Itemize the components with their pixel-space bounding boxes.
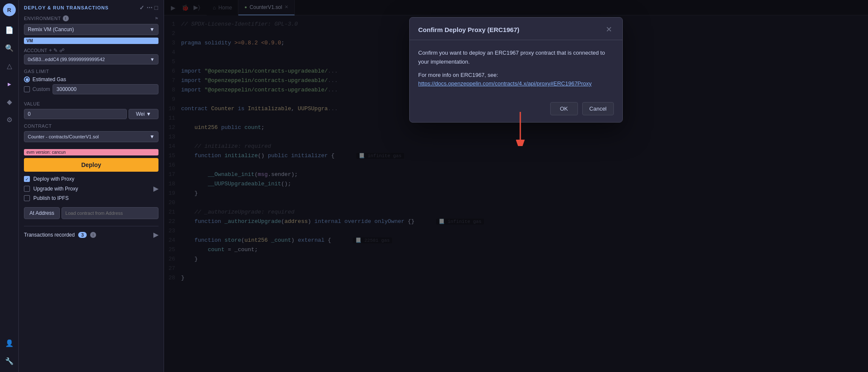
edit-account-icon[interactable]: ✎ (53, 47, 58, 53)
modal-dialog: Confirm Deploy Proxy (ERC1967) ✕ Confirm… (409, 17, 623, 123)
plugin-icon[interactable]: ◆ (2, 94, 17, 109)
estimated-gas-label: Estimated Gas (32, 76, 66, 82)
publish-ipfs-label: Publish to IPFS (33, 195, 69, 201)
account-row: ACCOUNT + ✎ ☍ (24, 47, 158, 53)
sidebar-title-text: DEPLOY & RUN TRANSACTIONS (24, 5, 108, 10)
chevron-down-icon: ▼ (150, 26, 155, 32)
user-icon[interactable]: 👤 (2, 335, 17, 351)
value-unit-select[interactable]: Wei ▼ (129, 109, 158, 119)
load-contract-input[interactable] (62, 207, 158, 219)
contract-section-label: CONTRACT (24, 123, 158, 129)
publish-ipfs-checkbox[interactable] (24, 195, 30, 201)
search-icon[interactable]: 🔍 (2, 40, 17, 56)
estimated-gas-radio[interactable] (24, 76, 30, 82)
app-logo: R (3, 3, 16, 16)
add-account-icon[interactable]: + (49, 47, 52, 53)
transactions-expand-icon[interactable]: ▶ (153, 231, 158, 239)
collapse-icon[interactable]: □ (155, 4, 158, 11)
vm-badge: VM (24, 38, 158, 44)
settings-icon[interactable]: ⚙ (2, 112, 17, 127)
custom-gas-label: Custom (32, 86, 50, 92)
sidebar-title-icons: ✓ ⋯ □ (139, 4, 158, 11)
account-chevron-icon: ▼ (150, 57, 155, 62)
modal-text-line1: Confirm you want to deploy an ERC1967 pr… (418, 49, 614, 67)
icon-bar: R 📄 🔍 △ ▸ ◆ ⚙ 👤 🔧 (0, 0, 19, 372)
estimated-gas-row: Estimated Gas (24, 76, 158, 82)
modal-title: Confirm Deploy Proxy (ERC1967) (418, 26, 519, 33)
custom-gas-row: Custom (24, 84, 158, 94)
value-input[interactable] (24, 109, 127, 119)
upgrade-proxy-label: Upgrade with Proxy (33, 186, 78, 192)
transactions-info-icon[interactable]: i (90, 232, 96, 238)
git-icon[interactable]: △ (2, 58, 17, 73)
env-info-icon[interactable]: i (63, 15, 69, 21)
gas-limit-section: GAS LIMIT Estimated Gas Custom (24, 69, 158, 98)
environment-select[interactable]: Remix VM (Cancun) ▼ (24, 24, 158, 35)
transactions-count-badge: 3 (78, 232, 87, 238)
upgrade-proxy-checkbox[interactable] (24, 186, 30, 192)
copy-account-icon[interactable]: ☍ (59, 47, 65, 53)
modal-close-button[interactable]: ✕ (604, 24, 614, 35)
at-address-row: At Address (24, 207, 158, 219)
upgrade-proxy-arrow-icon[interactable]: ▶ (153, 185, 158, 193)
upgrade-proxy-row: Upgrade with Proxy ▶ (24, 185, 158, 193)
contract-chevron-icon: ▼ (150, 134, 155, 140)
value-row: Wei ▼ (24, 109, 158, 119)
deploy-proxy-label: Deploy with Proxy (33, 176, 74, 182)
account-select[interactable]: 0x5B3...eddC4 (99.99999999999542 ▼ (24, 54, 158, 64)
deploy-icon[interactable]: ▸ (2, 76, 17, 91)
publish-ipfs-row: Publish to IPFS (24, 195, 158, 201)
account-section-label: ACCOUNT (24, 48, 47, 53)
modal-text-line2: For more info on ERC1967, see: https://d… (418, 71, 614, 89)
modal-overlay: Confirm Deploy Proxy (ERC1967) ✕ Confirm… (164, 0, 868, 372)
modal-ok-button[interactable]: OK (550, 102, 578, 115)
deploy-proxy-checkbox[interactable] (24, 176, 30, 182)
sidebar-title: DEPLOY & RUN TRANSACTIONS ✓ ⋯ □ (24, 4, 158, 11)
deploy-proxy-row: Deploy with Proxy (24, 176, 158, 182)
gas-limit-label: GAS LIMIT (24, 69, 158, 74)
contract-section: CONTRACT Counter - contracts/CounterV1.s… (24, 123, 158, 142)
env-flag-icon: ⚑ (155, 16, 159, 21)
modal-link[interactable]: https://docs.openzeppelin.com/contracts/… (418, 80, 592, 87)
at-address-button[interactable]: At Address (24, 207, 60, 219)
modal-header: Confirm Deploy Proxy (ERC1967) ✕ (410, 18, 622, 40)
check-icon[interactable]: ✓ (139, 4, 145, 11)
modal-body: Confirm you want to deploy an ERC1967 pr… (410, 40, 622, 97)
custom-gas-input[interactable] (53, 84, 158, 94)
transactions-label: Transactions recorded (24, 232, 75, 238)
deploy-button[interactable]: Deploy (24, 158, 158, 172)
custom-gas-checkbox[interactable] (24, 86, 30, 92)
value-section: VALUE Wei ▼ (24, 101, 158, 119)
file-icon[interactable]: 📄 (2, 22, 17, 38)
contract-select[interactable]: Counter - contracts/CounterV1.sol ▼ (24, 131, 158, 142)
evm-badge: evm version: cancun (24, 149, 158, 155)
arrow-pointer (512, 112, 529, 148)
environment-section-label: ENVIRONMENT i ⚑ (24, 15, 158, 21)
editor-area: ▶ 🐞 ▶〉 ⌂ Home ● CounterV1.sol ✕ 12345 67… (164, 0, 868, 372)
more-icon[interactable]: ⋯ (147, 4, 153, 11)
modal-cancel-button[interactable]: Cancel (582, 102, 614, 115)
sidebar-panel: DEPLOY & RUN TRANSACTIONS ✓ ⋯ □ ENVIRONM… (19, 0, 164, 372)
transactions-row: Transactions recorded 3 i ▶ (24, 226, 158, 239)
tools-icon[interactable]: 🔧 (2, 353, 17, 369)
value-section-label: VALUE (24, 101, 158, 106)
